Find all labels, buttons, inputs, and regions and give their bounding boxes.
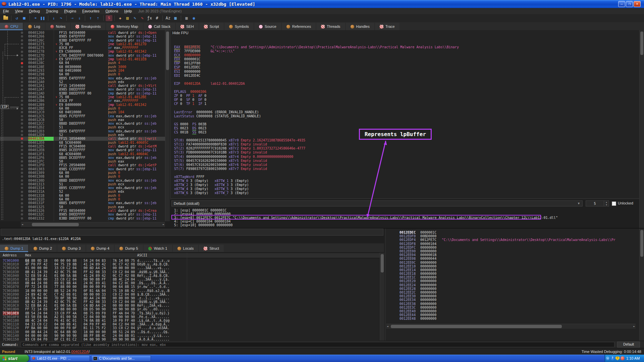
row-dot-icon[interactable]: [21, 115, 23, 117]
disasm-row[interactable]: 004012D38B95 E4FEFFFFmov edx,dword ptr s…: [0, 129, 165, 133]
row-dot-icon[interactable]: [21, 202, 23, 204]
args-depth-spinner[interactable]: 5 ▲▼: [586, 200, 609, 206]
row-dot-icon[interactable]: [21, 111, 23, 113]
disasm-row[interactable]: 0040131B6A 00push 0: [0, 194, 165, 197]
register-line[interactable]: ST(7) F89803797CE800150000 x87r7 Empty i…: [174, 167, 637, 171]
stack-row[interactable]: 0012EDF800000104: [385, 242, 640, 246]
row-dot-icon[interactable]: [21, 104, 23, 106]
row-dot-icon[interactable]: [21, 164, 23, 167]
pencil-red-icon[interactable]: ✎: [139, 15, 146, 21]
tab-dump-2[interactable]: Dump 2: [29, 245, 57, 252]
help-tray-icon[interactable]: ?: [610, 356, 614, 360]
dump-row[interactable]: 7C90114004 00 00 0090 90 90 908B FF 8B 4…: [0, 334, 379, 338]
disasm-row[interactable]: 0040129368 04010000push 104: [0, 69, 165, 72]
row-dot-icon[interactable]: [21, 77, 23, 79]
row-dot-icon[interactable]: [21, 66, 23, 68]
stack-row[interactable]: 0012EE2000000000: [385, 279, 640, 283]
disasm-row[interactable]: 0040128E68 00300000push 3000: [0, 65, 165, 69]
dump-row[interactable]: 7C9010608B 44 24 0889 01 8B 4424 0C 89 4…: [0, 281, 379, 285]
menu-item-view[interactable]: View: [12, 9, 26, 13]
row-dot-icon[interactable]: [21, 47, 23, 49]
security-shield-icon[interactable]: !: [615, 356, 620, 360]
row-dot-icon[interactable]: [21, 194, 23, 197]
stack-row[interactable]: 0012EDF40012FE7C"C:\\Documents and Setti…: [385, 238, 640, 242]
stack-row[interactable]: 0012EE3800000000: [385, 302, 640, 306]
unlocked-checkbox[interactable]: [612, 201, 616, 206]
dump-row[interactable]: 7C901070FF 72 14 E877 88 00 00B9 00 00 F…: [0, 285, 379, 289]
disasm-row[interactable]: 004012D251push ecx: [0, 125, 165, 129]
scrollbar-thumb[interactable]: [391, 325, 562, 328]
tab-log[interactable]: Log: [23, 23, 45, 30]
tab-symbols[interactable]: Symbols: [224, 23, 254, 30]
dump-row[interactable]: 7C90111004 33 C0 C204 00 8B 4104 F0 FF 4…: [0, 322, 379, 326]
seh-chain-icon[interactable]: S: [106, 15, 112, 21]
pencil-blue-icon[interactable]: ✎: [131, 15, 138, 21]
dump-row[interactable]: 7C9011008B 4C 24 04F6 41 0C 0174 0A 8B 4…: [0, 319, 379, 322]
dump-row[interactable]: 7C9010104F F0 FF 4204 75 19 8B41 24 89 4…: [0, 262, 379, 266]
stack-row[interactable]: 0012EE4400000000: [385, 313, 640, 317]
disasm-row[interactable]: 00401326FF15 08504000call dword ptr ds:[…: [0, 209, 165, 213]
disasm-row[interactable]: 004012F68B85 DCEEFFFFmov eax,dword ptr s…: [0, 156, 165, 160]
patches-icon[interactable]: ✚: [117, 15, 123, 21]
register-line[interactable]: EBP 0012FF80: [174, 61, 637, 65]
stack-row[interactable]: 0012EE2C00000000: [385, 291, 640, 294]
disasm-row[interactable]: 004012AD83BD D8EEFFFF 00cmp dword ptr ss…: [0, 92, 165, 95]
disasm-row[interactable]: 004012B9∨E9 84000000jmp lab12-01.401342: [0, 103, 165, 107]
disasm-row[interactable]: 004013148B95 CCEEFFFFmov edx,dword ptr s…: [0, 186, 165, 190]
scrollbar-thumb[interactable]: [640, 32, 643, 55]
row-dot-icon[interactable]: [21, 172, 23, 174]
breakpoint-icon[interactable]: [21, 62, 23, 64]
row-dot-icon[interactable]: [21, 92, 23, 95]
row-dot-icon[interactable]: [21, 122, 23, 125]
dump-row[interactable]: 7C90100064 8B 0D 1800 00 00 8B54 24 04 8…: [0, 259, 379, 262]
dump-scrollbar[interactable]: [380, 253, 384, 341]
dump-row[interactable]: 7C9010F003 50 E8 0AA2 01 00 58C2 04 00 9…: [0, 315, 379, 319]
disasm-row[interactable]: 00401273∨75 08jne lab12-01.40127D: [0, 42, 165, 46]
row-dot-icon[interactable]: [21, 32, 23, 34]
stack-row[interactable]: 0012EE4000000000: [385, 309, 640, 313]
register-line[interactable]: x87TW_6 3 (Empty) x87TW_7 3 (Empty): [174, 191, 637, 195]
tab-dump-1[interactable]: Dump 1: [0, 245, 28, 252]
tab-threads[interactable]: Threads: [316, 23, 345, 30]
step-out-icon[interactable]: ⇓: [76, 15, 83, 21]
breakpoint-address-link[interactable]: 004012DA: [71, 350, 89, 354]
dump-row[interactable]: 7C90115083 C0 04 F00F C1 01 C204 00 90 9…: [0, 338, 379, 341]
stack-hscrollbar[interactable]: ◄ ►: [386, 324, 636, 329]
title-bar[interactable]: Lab12-01.exe - PID: 1796 - Module: lab12…: [0, 0, 644, 8]
disasm-row[interactable]: 004012A1FF15 14504000call dword ptr ds:[…: [0, 84, 165, 87]
scrollbar-thumb[interactable]: [381, 254, 384, 273]
disasm-row[interactable]: 004012B4∨75 08jne lab12-01.4012BE: [0, 95, 165, 99]
taskbar-task-button[interactable]: C:C:\Documents and Se...: [91, 355, 151, 361]
disasm-row[interactable]: 004012668985 E4FEFFFFmov dword ptr ss:[e…: [0, 35, 165, 38]
stack-row[interactable]: 0012EE0C00000000: [385, 261, 640, 264]
row-dot-icon[interactable]: [21, 126, 23, 129]
disasm-row[interactable]: 004012CB50push eax: [0, 118, 165, 122]
stack-pane[interactable]: 0012EDEC0000001C0012EDF000BD00000012EDF4…: [385, 229, 640, 341]
calculator-icon[interactable]: ▦: [183, 15, 190, 21]
disassembly-hscrollbar[interactable]: ◄ ►: [21, 222, 165, 227]
close-button[interactable]: ×: [634, 1, 641, 7]
dump-row[interactable]: 7C9010C052 E8 BA A101 00 5A EBC4 8D A4 2…: [0, 304, 379, 307]
row-dot-icon[interactable]: [21, 206, 23, 208]
functions-icon[interactable]: ƒx: [146, 15, 153, 21]
argument-row[interactable]: 4: [esp+C] 00000104 00000104: [174, 220, 639, 223]
command-mode-select[interactable]: Default: [617, 342, 640, 348]
breakpoint-icon[interactable]: [21, 137, 23, 140]
row-dot-icon[interactable]: [21, 153, 23, 155]
argument-row[interactable]: 1: [esp] 0000001C 0000001C: [174, 208, 639, 212]
row-dot-icon[interactable]: [21, 51, 23, 53]
row-dot-icon[interactable]: [21, 130, 23, 132]
tab-memory-map[interactable]: Memory Map: [106, 23, 143, 30]
row-dot-icon[interactable]: [21, 198, 23, 200]
tab-dump-4[interactable]: Dump 4: [86, 245, 114, 252]
stack-row[interactable]: 0012EE3000000000: [385, 294, 640, 298]
menu-item-file[interactable]: File: [0, 9, 12, 13]
tab-locals[interactable]: Locals: [173, 245, 199, 252]
registers-scrollbar[interactable]: [639, 30, 644, 228]
disasm-row[interactable]: 0040129A8B95 E4FEFFFFmov edx,dword ptr s…: [0, 76, 165, 80]
comments-icon[interactable]: ▤: [124, 15, 131, 21]
disasm-row[interactable]: 004012BE6A 00push 0: [0, 107, 165, 110]
stack-row[interactable]: 0012EDEC0000001C: [385, 231, 640, 234]
disasm-row[interactable]: 004012FC50push eax: [0, 160, 165, 163]
register-line[interactable]: x87TW_4 3 (Empty) x87TW_5 3 (Empty): [174, 187, 637, 191]
